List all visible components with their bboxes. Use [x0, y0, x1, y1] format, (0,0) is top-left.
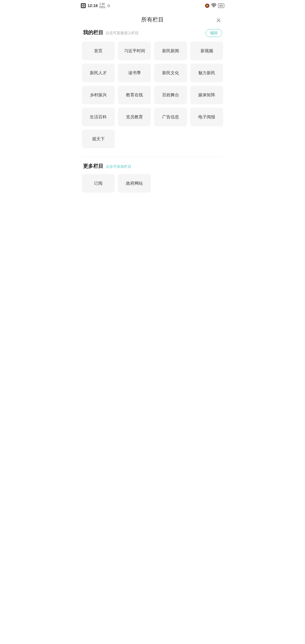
- more-categories-grid: 订阅 政府网站: [82, 174, 223, 193]
- my-categories-section: 我的栏目 点击可直接进入栏目 编辑 首页 习近平时间 新民新闻 新视频 新民人才…: [76, 29, 229, 148]
- status-time: 12:18: [88, 3, 98, 8]
- more-categories-section: 更多栏目 点击可添加栏目 订阅 政府网站: [76, 163, 229, 193]
- edit-button[interactable]: 编辑: [206, 29, 222, 37]
- category-item-xijinping[interactable]: 习近平时间: [118, 42, 151, 60]
- category-item-charm[interactable]: 魅力新民: [190, 64, 223, 82]
- status-bar: 12:18 2.80 KB/s ⊙ 🔕 69: [76, 0, 229, 11]
- my-categories-header: 我的栏目 点击可直接进入栏目 编辑: [82, 29, 223, 37]
- category-item-ereader[interactable]: 电子阅报: [190, 108, 223, 126]
- mute-icon: 🔕: [205, 3, 210, 8]
- category-item-education[interactable]: 教育在线: [118, 86, 151, 104]
- category-item-newvideo[interactable]: 新视频: [190, 42, 223, 60]
- category-item-xinminnews[interactable]: 新民新闻: [154, 42, 187, 60]
- category-item-ad[interactable]: 广告信息: [154, 108, 187, 126]
- more-categories-header: 更多栏目 点击可添加栏目: [82, 163, 223, 169]
- status-speed: 2.80 KB/s: [99, 3, 105, 9]
- category-item-life[interactable]: 生活百科: [82, 108, 115, 126]
- svg-rect-0: [82, 4, 83, 5]
- app-icon: [81, 3, 86, 8]
- category-item-citizens[interactable]: 百姓舞台: [154, 86, 187, 104]
- page-title: 所有栏目: [141, 16, 164, 23]
- svg-rect-2: [82, 6, 83, 7]
- category-item-party[interactable]: 党员教育: [118, 108, 151, 126]
- cloud-icon: ⊙: [107, 3, 110, 8]
- wifi-icon: [211, 3, 216, 8]
- my-categories-grid: 首页 习近平时间 新民新闻 新视频 新民人才 读书季 新民文化 魅力新民 乡村振…: [82, 42, 223, 148]
- status-left: 12:18 2.80 KB/s ⊙: [81, 3, 110, 9]
- my-categories-title: 我的栏目: [83, 29, 103, 36]
- close-button[interactable]: [214, 16, 223, 25]
- more-categories-title: 更多栏目: [83, 163, 103, 169]
- category-item-world[interactable]: 观天下: [82, 130, 115, 148]
- more-categories-subtitle: 点击可添加栏目: [106, 164, 131, 169]
- divider: [82, 157, 223, 157]
- svg-rect-1: [84, 4, 85, 5]
- more-item-subscribe[interactable]: 订阅: [82, 174, 115, 193]
- category-item-talent[interactable]: 新民人才: [82, 64, 115, 82]
- battery-icon: 69: [218, 3, 224, 8]
- category-item-homepage[interactable]: 首页: [82, 42, 115, 60]
- category-item-rural[interactable]: 乡村振兴: [82, 86, 115, 104]
- category-item-media[interactable]: 媒体矩阵: [190, 86, 223, 104]
- my-categories-title-group: 我的栏目 点击可直接进入栏目: [83, 29, 139, 36]
- status-right: 🔕 69: [205, 3, 224, 8]
- my-categories-subtitle: 点击可直接进入栏目: [106, 31, 139, 36]
- svg-rect-3: [84, 6, 85, 7]
- category-item-reading[interactable]: 读书季: [118, 64, 151, 82]
- more-item-gov[interactable]: 政府网站: [118, 174, 151, 193]
- category-item-culture[interactable]: 新民文化: [154, 64, 187, 82]
- more-categories-title-group: 更多栏目 点击可添加栏目: [83, 163, 131, 169]
- page-header: 所有栏目: [76, 11, 229, 29]
